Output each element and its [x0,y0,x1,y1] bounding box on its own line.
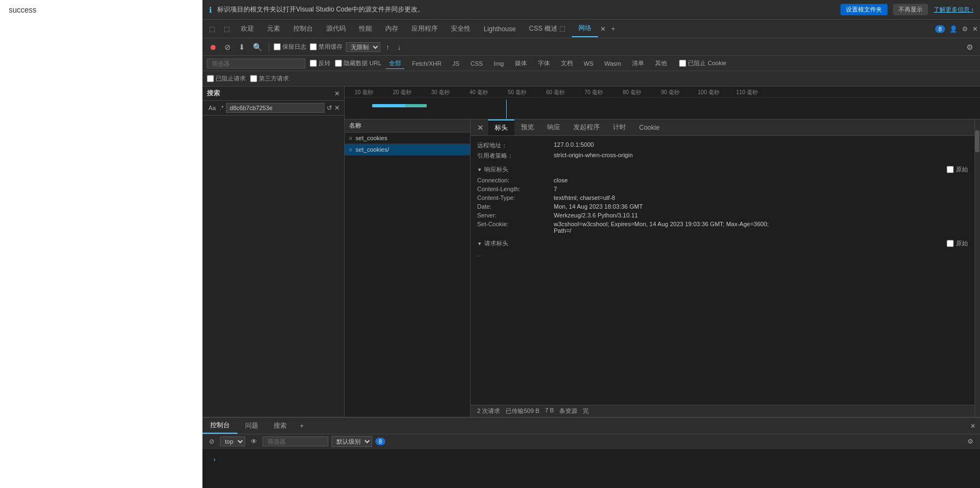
detail-tab-cookie[interactable]: Cookie [633,121,666,134]
fetch-xhr-button[interactable]: ⬇ [236,42,247,53]
blocked-requests-checkbox[interactable] [207,75,214,82]
search-refresh-button[interactable]: ↺ [327,104,332,112]
detail-close-button[interactable]: ✕ [473,121,488,134]
tab-memory[interactable]: 内存 [379,21,405,37]
raw-request-label: 原始 [956,239,968,248]
preserve-log-checkbox-label[interactable]: 保留日志 [274,43,306,51]
detail-tab-headers[interactable]: 标头 [488,119,514,135]
aa-button[interactable]: Aa [207,104,217,112]
tab-network[interactable]: 网络 [572,20,598,37]
hide-data-url-checkbox-label[interactable]: 隐藏数据 URL [335,59,381,67]
content-length-value: 7 [554,186,968,192]
hide-data-url-checkbox[interactable] [335,60,342,67]
filter-font-button[interactable]: 字体 [535,58,553,68]
content-length-row: Content-Length: 7 [477,185,968,193]
detail-tab-timing[interactable]: 计时 [606,120,633,135]
console-clear-button[interactable]: ⊘ [207,437,217,446]
blocked-requests-checkbox-label[interactable]: 已阻止请求 [207,74,246,83]
search-close-button[interactable]: ✕ [334,90,340,97]
console-context-select[interactable]: top [220,437,245,446]
third-party-checkbox[interactable] [250,75,257,82]
filter-doc-button[interactable]: 文档 [558,58,576,68]
regex-button[interactable]: .* [219,105,223,111]
set-root-folder-button[interactable]: 设置根文件夹 [840,4,888,15]
connection-row: Connection: close [477,176,968,185]
detail-tab-initiator[interactable]: 发起程序 [567,120,606,135]
tab-welcome[interactable]: 欢迎 [234,21,260,37]
disable-cache-checkbox-label[interactable]: 禁用缓存 [310,43,343,51]
tab-sources[interactable]: 源代码 [320,21,352,37]
preserve-log-checkbox[interactable] [274,43,281,50]
console-tab-console[interactable]: 控制台 [202,418,237,434]
raw-request-checkbox[interactable] [947,240,954,247]
import-button[interactable]: ↑ [384,42,392,53]
console-tab-search[interactable]: 搜索 [266,418,294,433]
close-devtools-icon[interactable]: ✕ [972,25,978,33]
request-item-set-cookies[interactable]: ≡ set_cookies [345,133,470,144]
filter-all-button[interactable]: 全部 [386,58,404,69]
third-party-checkbox-label[interactable]: 第三方请求 [250,74,289,83]
filter-media-button[interactable]: 媒体 [512,58,530,68]
tab-add-icon[interactable]: + [608,25,618,33]
clear-log-button[interactable]: ⊘ [222,42,233,53]
invert-checkbox[interactable] [310,60,317,67]
throttle-select[interactable]: 无限制 [346,42,380,52]
filter-ws-button[interactable]: WS [581,59,597,68]
settings-icon[interactable]: ⚙ [962,25,968,33]
record-button[interactable]: ⏺ [207,42,219,53]
tab-close-icon[interactable]: ✕ [598,25,608,33]
console-eye-button[interactable]: 👁 [248,437,259,446]
tab-elements[interactable]: 元素 [260,21,287,37]
detail-tab-response[interactable]: 响应 [541,120,567,135]
tab-css-overview[interactable]: CSS 概述 ⬚ [523,21,572,37]
console-tab-issues[interactable]: 问题 [237,418,266,433]
request-name-2: set_cookies/ [356,146,389,153]
search-clear-button[interactable]: ✕ [334,104,340,112]
filter-css-button[interactable]: CSS [467,59,486,68]
tab-devtools-icon1[interactable]: ⬚ [205,22,219,36]
search-text-input[interactable] [226,103,324,113]
filter-input[interactable] [207,59,305,68]
blocked-cookie-checkbox-label[interactable]: 已阻止 Cookie [679,59,726,67]
console-settings-area: ⚙ [965,437,976,446]
filter-js-button[interactable]: JS [449,59,463,68]
detail-tab-bar: ✕ 标头 预览 响应 发起程序 计时 Cookie [471,119,975,136]
tab-lighthouse[interactable]: Lighthouse [477,22,523,36]
console-level-select[interactable]: 默认级别 [332,436,372,447]
blocked-cookie-checkbox[interactable] [679,60,686,67]
date-key: Date: [477,203,554,210]
scrollbar-right[interactable] [975,119,980,417]
resources-label: 条资源 [559,407,577,415]
console-close-button[interactable]: ✕ [970,422,976,430]
filter-other-button[interactable]: 其他 [652,58,670,68]
filter-fetch-xhr-button[interactable]: Fetch/XHR [409,59,445,68]
timeline-marker [506,100,507,119]
user-icon[interactable]: 👤 [949,25,958,33]
search-button[interactable]: 🔍 [251,42,264,53]
bottom-panel: 控制台 问题 搜索 + ✕ ⊘ top 👁 默认级别 8 [202,417,980,488]
console-settings-button[interactable]: ⚙ [965,437,976,446]
set-cookie-key: Set-Cookie: [477,221,554,234]
tab-console[interactable]: 控制台 [287,21,320,37]
tab-security[interactable]: 安全性 [444,21,477,37]
request-item-set-cookies-slash[interactable]: ≡ set_cookies/ [345,144,470,156]
notification-badge: 8 [935,25,945,33]
tick-40: 40 毫秒 [460,89,498,96]
raw-response-checkbox[interactable] [947,166,954,173]
learn-more-link[interactable]: 了解更多信息 › [933,5,973,14]
disable-cache-checkbox[interactable] [310,43,317,50]
filter-wasm-button[interactable]: Wasm [601,59,624,68]
network-settings-button[interactable]: ⚙ [964,42,976,53]
invert-checkbox-label[interactable]: 反转 [310,59,330,67]
dismiss-button[interactable]: 不再显示 [893,4,928,15]
detail-tab-preview[interactable]: 预览 [514,120,541,135]
console-tab-add-button[interactable]: + [294,420,309,433]
console-filter-input[interactable] [263,437,328,446]
tab-application[interactable]: 应用程序 [405,21,444,37]
tab-performance[interactable]: 性能 [352,21,379,37]
export-button[interactable]: ↓ [395,42,403,53]
filter-manifest-button[interactable]: 清单 [629,58,647,68]
tab-devtools-icon2[interactable]: ⬚ [219,22,234,36]
tick-70: 70 毫秒 [575,89,613,96]
filter-img-button[interactable]: Img [490,59,507,68]
